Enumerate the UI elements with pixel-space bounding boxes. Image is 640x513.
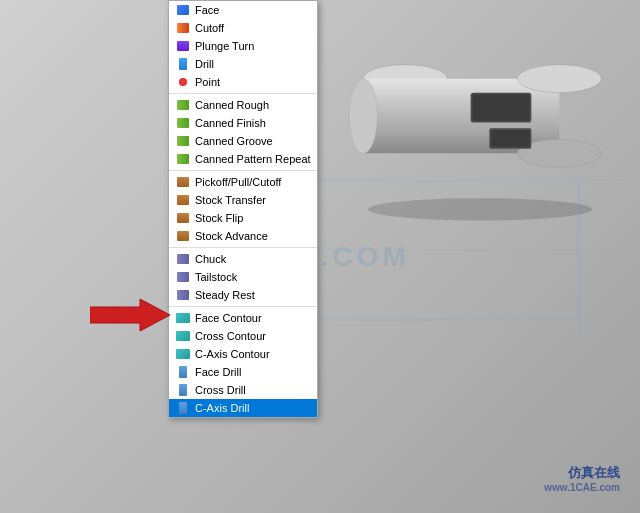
canned-pattern-icon	[175, 152, 191, 166]
menu-item-caxis-contour[interactable]: C-Axis Contour	[169, 345, 317, 363]
menu-label-drill: Drill	[195, 58, 214, 70]
menu-item-caxis-drill[interactable]: C-Axis Drill	[169, 399, 317, 417]
menu-item-steady-rest[interactable]: Steady Rest	[169, 286, 317, 304]
svg-point-6	[368, 198, 592, 220]
svg-rect-12	[473, 95, 530, 121]
separator-4	[169, 306, 317, 307]
menu-label-tailstock: Tailstock	[195, 271, 237, 283]
steady-rest-icon	[175, 288, 191, 302]
arrow-svg	[90, 295, 170, 335]
canned-finish-icon	[175, 116, 191, 130]
menu-label-chuck: Chuck	[195, 253, 226, 265]
point-icon	[175, 75, 191, 89]
arrow-indicator	[90, 295, 170, 338]
menu-label-stock-advance: Stock Advance	[195, 230, 268, 242]
menu-item-stock-advance[interactable]: Stock Advance	[169, 227, 317, 245]
plunge-icon	[175, 39, 191, 53]
separator-2	[169, 170, 317, 171]
watermark-sub: www.1CAE.com	[544, 482, 620, 493]
menu-label-canned-groove: Canned Groove	[195, 135, 273, 147]
face-contour-icon	[175, 311, 191, 325]
menu-item-stock-transfer[interactable]: Stock Transfer	[169, 191, 317, 209]
face-icon	[175, 3, 191, 17]
context-menu: Face Cutoff Plunge Turn Drill Point Cann…	[168, 0, 318, 418]
separator-1	[169, 93, 317, 94]
cross-contour-icon	[175, 329, 191, 343]
menu-item-point[interactable]: Point	[169, 73, 317, 91]
cross-drill-icon	[175, 383, 191, 397]
menu-label-point: Point	[195, 76, 220, 88]
menu-item-drill[interactable]: Drill	[169, 55, 317, 73]
menu-label-canned-finish: Canned Finish	[195, 117, 266, 129]
menu-label-stock-flip: Stock Flip	[195, 212, 243, 224]
menu-item-face-drill[interactable]: Face Drill	[169, 363, 317, 381]
menu-label-caxis-drill: C-Axis Drill	[195, 402, 249, 414]
menu-item-canned-finish[interactable]: Canned Finish	[169, 114, 317, 132]
stock-flip-icon	[175, 211, 191, 225]
watermark-main: 仿真在线	[544, 464, 620, 482]
menu-label-pickoff: Pickoff/Pull/Cutoff	[195, 176, 281, 188]
svg-point-10	[517, 65, 601, 93]
svg-point-15	[349, 79, 377, 154]
tailstock-icon	[175, 270, 191, 284]
menu-label-steady-rest: Steady Rest	[195, 289, 255, 301]
menu-item-cutoff[interactable]: Cutoff	[169, 19, 317, 37]
menu-label-plunge-turn: Plunge Turn	[195, 40, 254, 52]
menu-label-face-drill: Face Drill	[195, 366, 241, 378]
menu-item-cross-contour[interactable]: Cross Contour	[169, 327, 317, 345]
svg-rect-14	[491, 130, 529, 147]
menu-label-face-contour: Face Contour	[195, 312, 262, 324]
menu-label-face: Face	[195, 4, 219, 16]
menu-item-canned-rough[interactable]: Canned Rough	[169, 96, 317, 114]
caxis-contour-icon	[175, 347, 191, 361]
face-drill-icon	[175, 365, 191, 379]
stock-advance-icon	[175, 229, 191, 243]
menu-label-cutoff: Cutoff	[195, 22, 224, 34]
menu-label-stock-transfer: Stock Transfer	[195, 194, 266, 206]
menu-label-canned-rough: Canned Rough	[195, 99, 269, 111]
menu-label-cross-contour: Cross Contour	[195, 330, 266, 342]
background-scene	[0, 0, 640, 513]
canned-groove-icon	[175, 134, 191, 148]
menu-item-chuck[interactable]: Chuck	[169, 250, 317, 268]
watermark-container: 仿真在线 www.1CAE.com	[544, 464, 620, 493]
caxis-drill-icon	[175, 401, 191, 415]
drill-icon	[175, 57, 191, 71]
menu-label-cross-drill: Cross Drill	[195, 384, 246, 396]
menu-item-plunge-turn[interactable]: Plunge Turn	[169, 37, 317, 55]
separator-3	[169, 247, 317, 248]
3d-part	[340, 30, 620, 230]
menu-item-pickoff[interactable]: Pickoff/Pull/Cutoff	[169, 173, 317, 191]
cutoff-icon	[175, 21, 191, 35]
menu-item-tailstock[interactable]: Tailstock	[169, 268, 317, 286]
pickoff-icon	[175, 175, 191, 189]
menu-item-face[interactable]: Face	[169, 1, 317, 19]
menu-item-cross-drill[interactable]: Cross Drill	[169, 381, 317, 399]
chuck-icon	[175, 252, 191, 266]
menu-label-caxis-contour: C-Axis Contour	[195, 348, 270, 360]
menu-item-canned-pattern[interactable]: Canned Pattern Repeat	[169, 150, 317, 168]
menu-label-canned-pattern: Canned Pattern Repeat	[195, 153, 311, 165]
stock-transfer-icon	[175, 193, 191, 207]
svg-marker-16	[90, 299, 170, 331]
menu-item-face-contour[interactable]: Face Contour	[169, 309, 317, 327]
canned-rough-icon	[175, 98, 191, 112]
menu-item-stock-flip[interactable]: Stock Flip	[169, 209, 317, 227]
menu-item-canned-groove[interactable]: Canned Groove	[169, 132, 317, 150]
